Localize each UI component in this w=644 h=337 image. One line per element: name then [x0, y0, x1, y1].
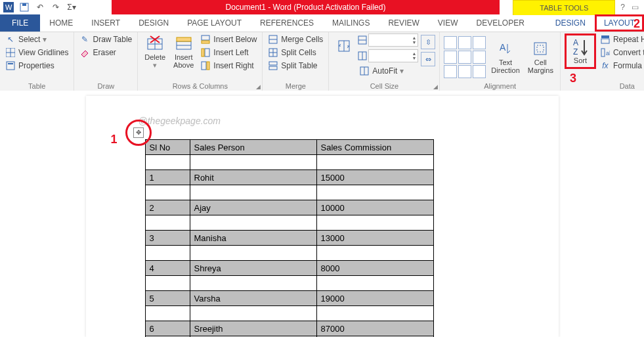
svg-text:W: W [5, 3, 12, 11]
insert-above-icon [175, 35, 192, 52]
table-cell[interactable]: Sreejith [190, 321, 316, 336]
col-width-field[interactable]: ▲▼ [368, 49, 418, 62]
table-cell[interactable]: 15000 [316, 170, 433, 185]
table-cell[interactable]: 19000 [316, 291, 433, 306]
row-height-field[interactable]: ▲▼ [368, 34, 418, 47]
tab-page-layout[interactable]: PAGE LAYOUT [178, 14, 251, 32]
autofit-button[interactable]: AutoFit ▾ [358, 65, 418, 77]
svg-rect-3 [22, 3, 26, 6]
dialog-launcher-icon[interactable]: ◢ [433, 83, 438, 90]
table-cell[interactable]: Rohit [190, 170, 316, 185]
dialog-launcher-icon[interactable]: ◢ [256, 83, 261, 90]
svg-rect-29 [269, 62, 277, 65]
tab-table-design[interactable]: DESIGN [546, 14, 595, 32]
svg-rect-21 [202, 49, 204, 56]
table-move-handle[interactable]: ✥ [133, 127, 144, 138]
table-row: 3 Manisha 13000 [145, 231, 433, 246]
table-cell[interactable]: 3 [145, 231, 190, 246]
svg-rect-47 [601, 49, 605, 56]
tab-review[interactable]: REVIEW [379, 14, 428, 32]
ribbon-display-icon[interactable]: ▭ [632, 3, 639, 12]
insert-left-button[interactable]: Insert Left [199, 47, 258, 58]
autosum-icon[interactable]: Σ▾ [66, 1, 77, 13]
table-cell[interactable]: Varsha [190, 291, 316, 306]
split-cells-button[interactable]: Split Cells [267, 47, 324, 58]
table-row: 2 Ajay 10000 [145, 200, 433, 215]
table-cell[interactable]: Manisha [190, 231, 316, 246]
cursor-icon: ↖ [5, 34, 16, 45]
table-cell[interactable]: 2 [145, 200, 190, 215]
distribute-columns-button[interactable]: ⇔ [421, 52, 435, 66]
insert-below-button[interactable]: Insert Below [199, 34, 258, 45]
delete-button[interactable]: Delete▾ [142, 34, 168, 70]
repeat-header-rows-button[interactable]: Repeat Header Rows [599, 34, 644, 45]
insert-above-label: Insert Above [173, 53, 194, 69]
formula-button[interactable]: fxFormula [599, 60, 644, 72]
draw-table-button[interactable]: ✎Draw Table [78, 34, 133, 45]
table-cell[interactable]: 87000 [316, 321, 433, 336]
table-cell[interactable]: Shreya [190, 261, 316, 276]
text-direction-button[interactable]: A Text Direction [488, 39, 522, 76]
undo-icon[interactable]: ↶ [34, 1, 46, 13]
table-container: 1 ✥ Sl No Sales Person Sales Commission … [145, 139, 434, 337]
svg-rect-40 [534, 43, 546, 55]
svg-rect-30 [269, 66, 277, 70]
word-app-icon[interactable]: W [3, 1, 14, 13]
cell-margins-button[interactable]: Cell Margins [525, 39, 556, 76]
convert-to-text-button[interactable]: abConvert to Text [599, 47, 644, 58]
split-cells-label: Split Cells [281, 48, 316, 57]
tab-view[interactable]: VIEW [429, 14, 467, 32]
group-cell-size: ▲▼ ▲▼ AutoFit ▾ ⇳ ⇔ Cell Size◢ [329, 32, 440, 91]
help-icon[interactable]: ? [620, 3, 625, 12]
table-row [145, 246, 433, 261]
table-cell[interactable]: Sales Commission [316, 140, 433, 155]
svg-rect-23 [207, 62, 209, 70]
table-row [145, 215, 433, 231]
table-cell[interactable]: 8000 [316, 261, 433, 276]
save-icon[interactable] [18, 1, 30, 13]
table-cell[interactable]: Ajay [190, 200, 316, 215]
table-cell[interactable]: 1 [145, 170, 190, 185]
tab-developer[interactable]: DEVELOPER [467, 14, 533, 32]
tab-insert[interactable]: INSERT [82, 14, 129, 32]
table-cell[interactable]: 6 [145, 321, 190, 336]
svg-rect-17 [177, 37, 191, 41]
svg-text:ab: ab [606, 50, 610, 56]
word-table[interactable]: Sl No Sales Person Sales Commission 1 Ro… [145, 139, 434, 337]
table-row [145, 185, 433, 200]
table-cell[interactable]: 5 [145, 291, 190, 306]
svg-text:Z: Z [573, 47, 578, 56]
split-table-button[interactable]: Split Table [267, 60, 324, 72]
select-button[interactable]: ↖Select ▾ [4, 34, 70, 45]
sort-button[interactable]: AZ Sort [569, 37, 591, 66]
table-cell[interactable]: 4 [145, 261, 190, 276]
tab-file[interactable]: FILE [0, 14, 40, 32]
insert-right-button[interactable]: Insert Right [199, 60, 258, 72]
properties-button[interactable]: Properties [4, 60, 70, 72]
split-table-icon [268, 60, 278, 71]
chevron-down-icon: ▾ [43, 35, 47, 44]
table-cell[interactable]: 10000 [316, 200, 433, 215]
tab-mailings[interactable]: MAILINGS [323, 14, 379, 32]
insert-above-button[interactable]: Insert Above [171, 34, 196, 70]
tab-home[interactable]: HOME [40, 14, 82, 32]
properties-label: Properties [18, 61, 54, 70]
table-cell[interactable]: Sl No [145, 140, 190, 155]
table-row [145, 276, 433, 291]
svg-rect-18 [202, 35, 209, 40]
view-gridlines-button[interactable]: View Gridlines [4, 47, 70, 58]
merge-cells-button[interactable]: Merge Cells [267, 34, 324, 45]
distribute-rows-button[interactable]: ⇳ [421, 35, 435, 49]
table-cell[interactable]: 13000 [316, 231, 433, 246]
group-rows-columns: Delete▾ Insert Above Insert Below Insert… [138, 32, 263, 91]
table-cell[interactable]: Sales Person [190, 140, 316, 155]
group-title-draw: Draw [78, 81, 133, 91]
alignment-grid[interactable] [444, 36, 486, 78]
insert-right-icon [200, 60, 211, 71]
page[interactable]: @thegeekpage.com 1 ✥ Sl No Sales Person … [86, 96, 559, 337]
redo-icon[interactable]: ↷ [50, 1, 62, 13]
group-data: AZ Sort Repeat Header Rows abConvert to … [561, 32, 644, 91]
eraser-button[interactable]: Eraser [78, 47, 133, 58]
tab-references[interactable]: REFERENCES [251, 14, 323, 32]
tab-design[interactable]: DESIGN [129, 14, 178, 32]
